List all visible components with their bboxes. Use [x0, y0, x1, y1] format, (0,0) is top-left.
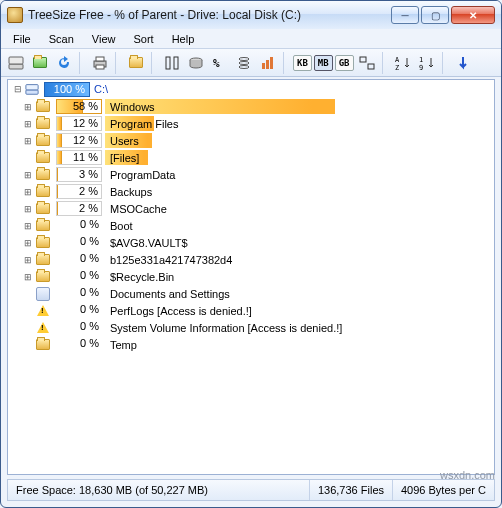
maximize-button[interactable]: ▢	[421, 6, 449, 24]
explorer-button[interactable]	[125, 52, 147, 74]
status-cluster: 4096 Bytes per C	[393, 480, 494, 500]
tree-row[interactable]: 0 %Temp	[8, 336, 494, 353]
tree-row[interactable]: 0 %System Volume Information [Access is …	[8, 319, 494, 336]
open-folder-button[interactable]	[29, 52, 51, 74]
svg-text:Z: Z	[395, 64, 399, 71]
menu-scan[interactable]: Scan	[41, 31, 82, 47]
folder-icon	[34, 271, 52, 282]
percent-button[interactable]: %	[209, 52, 231, 74]
titlebar[interactable]: TreeSize Free - % of Parent - Drive: Loc…	[1, 1, 501, 29]
folder-icon	[34, 220, 52, 231]
folder-name: System Volume Information [Access is den…	[106, 322, 342, 334]
percent-bar: 2 %	[56, 184, 102, 199]
arrow-down-icon	[455, 55, 471, 71]
filecount-button[interactable]	[233, 52, 255, 74]
expand-icon[interactable]: ⊞	[22, 255, 34, 265]
toolbar: % KB MB GB AZ 19	[1, 49, 501, 77]
refresh-button[interactable]	[53, 52, 75, 74]
sort-az-button[interactable]: AZ	[392, 52, 414, 74]
sort-az-icon: AZ	[395, 55, 411, 71]
folder-icon	[34, 152, 52, 163]
expand-icon[interactable]: ⊞	[22, 238, 34, 248]
tree-row[interactable]: ⊞2 %MSOCache	[8, 200, 494, 217]
unit-gb-button[interactable]: GB	[335, 55, 354, 71]
expand-icon[interactable]: ⊞	[22, 119, 34, 129]
sort-num-button[interactable]: 19	[416, 52, 438, 74]
tree-row[interactable]: ⊞12 %Users	[8, 132, 494, 149]
tree-row[interactable]: ⊞3 %ProgramData	[8, 166, 494, 183]
menu-sort[interactable]: Sort	[125, 31, 161, 47]
svg-rect-6	[174, 57, 178, 69]
percent-label: 12 %	[73, 117, 98, 130]
svg-rect-21	[26, 90, 38, 94]
menu-file[interactable]: File	[5, 31, 39, 47]
folder-name: Program Files	[106, 118, 178, 130]
unit-kb-button[interactable]: KB	[293, 55, 312, 71]
folder-icon	[34, 101, 52, 112]
minimize-button[interactable]: ─	[391, 6, 419, 24]
percent-icon: %	[212, 55, 228, 71]
tree-row[interactable]: ⊞0 %$AVG8.VAULT$	[8, 234, 494, 251]
expand-icon[interactable]: ⊞	[22, 170, 34, 180]
unit-auto-button[interactable]	[356, 52, 378, 74]
sort-num-icon: 19	[419, 55, 435, 71]
folder-icon	[34, 169, 52, 180]
svg-point-11	[239, 65, 249, 68]
folder-icon	[34, 237, 52, 248]
svg-rect-1	[9, 57, 23, 64]
tree-row[interactable]: ⊞12 %Program Files	[8, 115, 494, 132]
tree-row[interactable]: 11 %[Files]	[8, 149, 494, 166]
folder-name: [Files]	[106, 152, 139, 164]
percent-bar: 0 %	[56, 269, 102, 284]
chart-button[interactable]	[257, 52, 279, 74]
stack-icon	[236, 55, 252, 71]
collapse-icon[interactable]: ⊟	[12, 84, 24, 94]
tree-row[interactable]: 0 %Documents and Settings	[8, 285, 494, 302]
folder-icon	[129, 57, 143, 68]
warning-icon	[34, 305, 52, 316]
folder-icon	[34, 186, 52, 197]
expand-icon[interactable]: ⊞	[22, 204, 34, 214]
percent-bar: 0 %	[56, 320, 102, 335]
menubar: File Scan View Sort Help	[1, 29, 501, 49]
mixed-icon	[359, 55, 375, 71]
tree-row[interactable]: 0 %PerfLogs [Access is denied.!]	[8, 302, 494, 319]
svg-rect-5	[166, 57, 170, 69]
select-drive-button[interactable]	[5, 52, 27, 74]
tree-root-row[interactable]: ⊟ 100 % C:\	[8, 80, 494, 98]
tree-row[interactable]: ⊞0 %Boot	[8, 217, 494, 234]
percent-label: 0 %	[80, 286, 99, 299]
expand-icon[interactable]: ⊞	[22, 102, 34, 112]
tree-row[interactable]: ⊞0 %b125e331a421747382d4	[8, 251, 494, 268]
expand-icon[interactable]: ⊞	[22, 272, 34, 282]
menu-view[interactable]: View	[84, 31, 124, 47]
tree-row[interactable]: ⊞0 %$Recycle.Bin	[8, 268, 494, 285]
expand-icon[interactable]: ⊞	[22, 136, 34, 146]
close-button[interactable]: ✕	[451, 6, 495, 24]
allocated-button[interactable]	[185, 52, 207, 74]
folder-icon	[34, 254, 52, 265]
folder-icon	[34, 203, 52, 214]
folder-name: b125e331a421747382d4	[106, 254, 232, 266]
percent-bar: 0 %	[56, 286, 102, 301]
print-button[interactable]	[89, 52, 111, 74]
svg-rect-0	[9, 64, 23, 69]
folder-name: $AVG8.VAULT$	[106, 237, 188, 249]
folder-name: PerfLogs [Access is denied.!]	[106, 305, 252, 317]
tree-row[interactable]: ⊞2 %Backups	[8, 183, 494, 200]
expand-level-button[interactable]	[452, 52, 474, 74]
unit-mb-button[interactable]: MB	[314, 55, 333, 71]
tree-row[interactable]: ⊞58 %Windows	[8, 98, 494, 115]
menu-help[interactable]: Help	[164, 31, 203, 47]
junction-icon	[34, 287, 52, 301]
folder-icon	[34, 135, 52, 146]
folder-open-icon	[33, 57, 47, 68]
disk-icon	[188, 55, 204, 71]
tree-view[interactable]: ⊟ 100 % C:\ ⊞58 %Windows⊞12 %Program Fil…	[7, 79, 495, 475]
expand-icon[interactable]: ⊞	[22, 187, 34, 197]
expand-icon[interactable]: ⊞	[22, 221, 34, 231]
percent-bar: 11 %	[56, 150, 102, 165]
svg-text:%: %	[213, 57, 220, 70]
percent-bar: 3 %	[56, 167, 102, 182]
size-mode-button[interactable]	[161, 52, 183, 74]
